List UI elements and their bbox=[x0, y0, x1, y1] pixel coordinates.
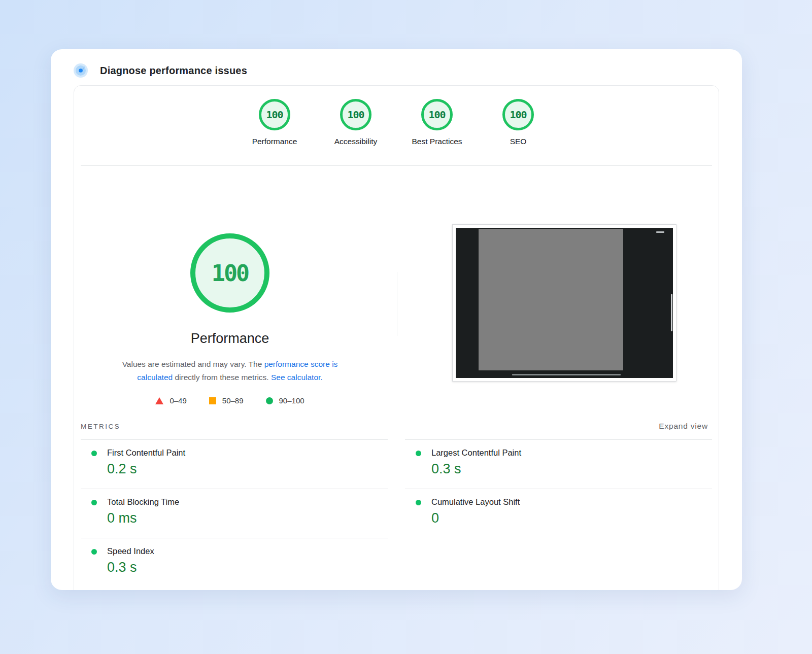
performance-section-title: Performance bbox=[128, 331, 331, 347]
metrics-section-title: METRICS bbox=[81, 423, 120, 430]
metrics-header: METRICS Expand view bbox=[81, 422, 708, 431]
score-range-legend: 0–49 50–89 90–100 bbox=[112, 396, 348, 405]
fail-triangle-icon bbox=[155, 397, 163, 404]
score-best-practices[interactable]: 100 Best Practices bbox=[396, 99, 478, 146]
score-accessibility[interactable]: 100 Accessibility bbox=[315, 99, 396, 146]
metric-value: 0.3 s bbox=[107, 560, 388, 575]
fail-range-label: 0–49 bbox=[170, 396, 186, 405]
performance-gauge: 100 bbox=[259, 99, 290, 130]
vertical-divider bbox=[397, 272, 397, 336]
metric-first-contentful-paint: First Contentful Paint 0.2 s bbox=[81, 439, 388, 489]
report-window: Diagnose performance issues 100 Performa… bbox=[51, 49, 742, 590]
score-performance[interactable]: 100 Performance bbox=[234, 99, 315, 146]
pass-dot-icon bbox=[416, 500, 421, 505]
screenshot-image-placeholder bbox=[479, 229, 623, 370]
pass-dot-icon bbox=[91, 500, 97, 505]
metric-largest-contentful-paint: Largest Contentful Paint 0.3 s bbox=[405, 439, 712, 489]
metric-value: 0 ms bbox=[107, 510, 388, 526]
screenshot-scrollbar bbox=[671, 294, 672, 331]
lighthouse-report-card: 100 Performance 100 Accessibility 100 Be… bbox=[74, 85, 719, 590]
average-square-icon bbox=[209, 397, 216, 404]
metric-speed-index: Speed Index 0.3 s bbox=[81, 538, 388, 587]
scores-divider bbox=[81, 165, 712, 166]
performance-score-label: Performance bbox=[252, 137, 297, 146]
pass-range-label: 90–100 bbox=[279, 396, 304, 405]
pass-dot-icon bbox=[416, 451, 421, 456]
expand-view-button[interactable]: Expand view bbox=[659, 422, 708, 431]
accessibility-score-value: 100 bbox=[347, 109, 364, 121]
performance-description: Values are estimated and may vary. The p… bbox=[112, 358, 348, 384]
metric-name: First Contentful Paint bbox=[107, 448, 388, 458]
metrics-left-column: First Contentful Paint 0.2 s Total Block… bbox=[81, 439, 388, 587]
performance-main-gauge: 100 bbox=[190, 233, 269, 313]
accessibility-gauge: 100 bbox=[340, 99, 371, 130]
metric-name: Cumulative Layout Shift bbox=[431, 497, 712, 507]
metric-value: 0.3 s bbox=[431, 461, 712, 477]
metric-total-blocking-time: Total Blocking Time 0 ms bbox=[81, 489, 388, 538]
seo-score-value: 100 bbox=[510, 109, 526, 121]
description-text-2: directly from these metrics. bbox=[173, 373, 271, 382]
metric-value: 0 bbox=[431, 510, 712, 526]
performance-score-value: 100 bbox=[266, 109, 283, 121]
metric-value: 0.2 s bbox=[107, 461, 388, 477]
metric-name: Largest Contentful Paint bbox=[431, 448, 712, 458]
screenshot-topright-text bbox=[656, 231, 664, 233]
best-practices-score-value: 100 bbox=[428, 109, 445, 121]
description-text-1: Values are estimated and may vary. The bbox=[122, 360, 264, 368]
legend-fail-range: 0–49 bbox=[155, 396, 186, 405]
best-practices-score-label: Best Practices bbox=[412, 137, 462, 146]
metric-cumulative-layout-shift: Cumulative Layout Shift 0 bbox=[405, 489, 712, 538]
page-screenshot-thumbnail bbox=[452, 224, 676, 382]
metrics-right-column: Largest Contentful Paint 0.3 s Cumulativ… bbox=[405, 439, 712, 587]
screenshot-caption-text bbox=[512, 374, 621, 375]
screenshot-dark-page bbox=[456, 228, 673, 378]
seo-gauge: 100 bbox=[502, 99, 534, 130]
score-seo[interactable]: 100 SEO bbox=[478, 99, 559, 146]
seo-score-label: SEO bbox=[510, 137, 527, 146]
metric-name: Total Blocking Time bbox=[107, 497, 388, 507]
lighthouse-icon bbox=[74, 63, 88, 78]
metric-name: Speed Index bbox=[107, 546, 388, 556]
accessibility-score-label: Accessibility bbox=[334, 137, 377, 146]
metrics-grid: First Contentful Paint 0.2 s Total Block… bbox=[81, 439, 712, 587]
category-scores-row: 100 Performance 100 Accessibility 100 Be… bbox=[74, 99, 719, 146]
page-title: Diagnose performance issues bbox=[100, 65, 247, 77]
see-calculator-link[interactable]: See calculator. bbox=[271, 373, 323, 382]
pass-dot-icon bbox=[91, 549, 97, 555]
performance-main-score: 100 bbox=[212, 260, 248, 287]
legend-average-range: 50–89 bbox=[209, 396, 244, 405]
best-practices-gauge: 100 bbox=[421, 99, 453, 130]
average-range-label: 50–89 bbox=[222, 396, 244, 405]
window-header: Diagnose performance issues bbox=[74, 59, 247, 82]
legend-pass-range: 90–100 bbox=[266, 396, 304, 405]
pass-dot-icon bbox=[91, 451, 97, 456]
pass-circle-icon bbox=[266, 397, 273, 404]
